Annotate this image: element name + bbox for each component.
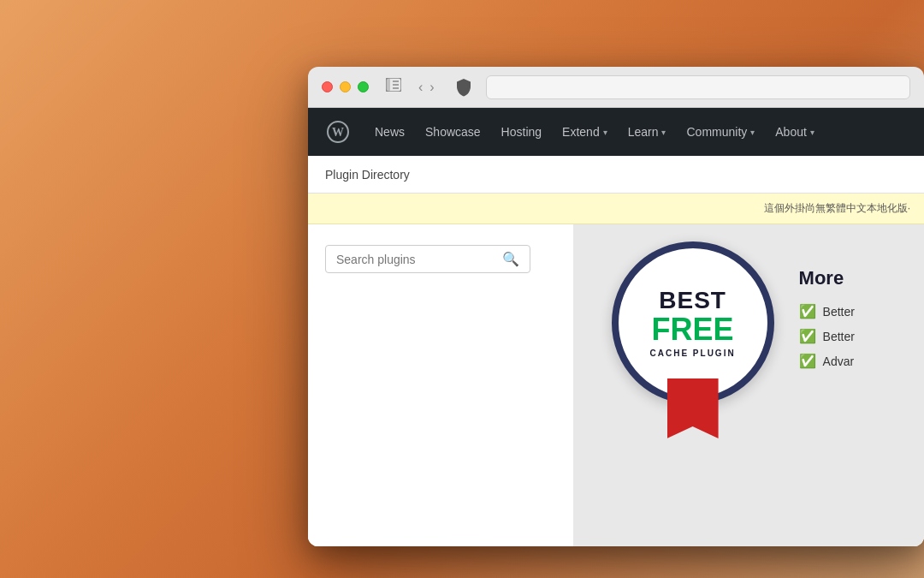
plugin-directory-link[interactable]: Plugin Directory: [325, 168, 410, 182]
site-content: W News Showcase Hosting Extend ▾ Learn ▾…: [308, 108, 924, 546]
feature-item-3: ✅ Advar: [799, 353, 855, 369]
about-chevron-icon: ▾: [810, 128, 814, 137]
wp-logo[interactable]: W: [325, 119, 351, 145]
wp-navbar: W News Showcase Hosting Extend ▾ Learn ▾…: [308, 108, 924, 156]
badge-free-text: FREE: [652, 314, 734, 345]
search-button[interactable]: 🔍: [502, 251, 519, 267]
right-text: More ✅ Better ✅ Better ✅ Advar: [799, 241, 855, 378]
extend-chevron-icon: ▾: [603, 128, 607, 137]
search-icon: 🔍: [502, 252, 519, 266]
close-button[interactable]: [322, 81, 333, 92]
left-panel: 🔍: [308, 224, 573, 546]
check-icon-1: ✅: [799, 303, 816, 319]
community-chevron-icon: ▾: [750, 128, 755, 137]
notice-text: 這個外掛尚無繁體中文本地化版·: [764, 201, 910, 216]
nav-item-learn[interactable]: Learn ▾: [626, 122, 668, 142]
badge-subtitle-text: CACHE PLUGIN: [650, 349, 736, 358]
nav-item-news[interactable]: News: [373, 122, 406, 142]
badge-container: BEST FREE CACHE PLUGIN: [607, 241, 779, 438]
nav-item-extend[interactable]: Extend ▾: [560, 122, 609, 142]
title-bar: ‹ ›: [308, 67, 924, 108]
back-arrow-icon[interactable]: ‹: [418, 80, 423, 95]
nav-item-community[interactable]: Community ▾: [684, 122, 756, 142]
nav-item-showcase[interactable]: Showcase: [424, 122, 483, 142]
maximize-button[interactable]: [358, 81, 369, 92]
address-bar[interactable]: [486, 75, 910, 99]
traffic-lights: [322, 81, 369, 92]
feature-text-1: Better: [823, 305, 855, 319]
feature-text-2: Better: [823, 330, 855, 343]
svg-text:W: W: [332, 126, 344, 139]
notice-bar: 這個外掛尚無繁體中文本地化版·: [308, 194, 924, 224]
feature-text-3: Advar: [823, 355, 855, 368]
feature-item-1: ✅ Better: [799, 303, 855, 319]
sidebar-toggle-icon[interactable]: [386, 78, 401, 96]
nav-arrows: ‹ ›: [418, 80, 435, 95]
browser-window: ‹ › W News Showcase: [308, 67, 924, 546]
right-panel: BEST FREE CACHE PLUGIN More ✅ Better ✅: [573, 224, 924, 546]
main-area: 🔍 BEST FREE CACHE PLUGIN More: [308, 224, 924, 546]
nav-item-about[interactable]: About ▾: [773, 122, 816, 142]
check-icon-2: ✅: [799, 328, 816, 344]
right-title: More: [799, 267, 855, 289]
minimize-button[interactable]: [340, 81, 351, 92]
svg-rect-1: [386, 78, 390, 92]
badge-best-text: BEST: [659, 288, 726, 314]
nav-item-hosting[interactable]: Hosting: [500, 122, 543, 142]
shield-icon: [452, 75, 476, 99]
feature-item-2: ✅ Better: [799, 328, 855, 344]
forward-arrow-icon[interactable]: ›: [429, 80, 434, 95]
search-bar[interactable]: 🔍: [325, 245, 530, 273]
badge-ribbon: [667, 378, 719, 438]
wp-sub-navbar: Plugin Directory: [308, 156, 924, 194]
check-icon-3: ✅: [799, 353, 816, 369]
search-input[interactable]: [336, 253, 502, 266]
learn-chevron-icon: ▾: [661, 128, 666, 137]
